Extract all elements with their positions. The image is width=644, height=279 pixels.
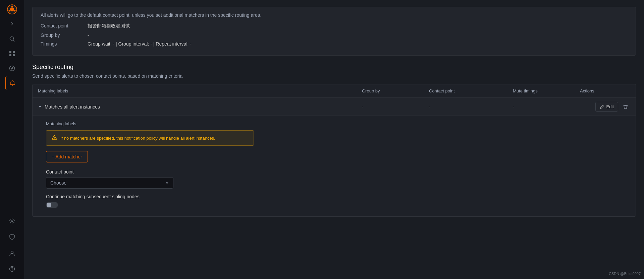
- row-group-by: -: [362, 104, 429, 110]
- contact-point-section: Contact point Choose: [46, 169, 630, 189]
- routing-table: Matching labels Group by Contact point M…: [32, 84, 636, 217]
- svg-point-14: [12, 270, 12, 271]
- svg-rect-8: [9, 54, 11, 56]
- continue-matching-label: Continue matching subsequent sibling nod…: [46, 194, 630, 199]
- sidebar-item-settings[interactable]: [5, 214, 19, 227]
- add-matcher-button[interactable]: + Add matcher: [46, 151, 88, 162]
- row-actions: Edit: [580, 102, 630, 112]
- group-by-value: -: [88, 32, 89, 38]
- timings-value: Group wait: - | Group interval: - | Repe…: [88, 41, 192, 47]
- sidebar-item-dashboards[interactable]: [5, 47, 19, 60]
- row-contact-point: -: [429, 104, 513, 110]
- contact-point-select[interactable]: Choose: [46, 177, 173, 189]
- svg-rect-9: [13, 54, 15, 56]
- sidebar-item-shield[interactable]: [5, 230, 19, 243]
- add-matcher-label: + Add matcher: [52, 154, 82, 159]
- contact-point-value: 报警邮箱接收者测试: [88, 23, 130, 29]
- table-row-main: Matches all alert instances - - - Edit: [33, 98, 636, 116]
- delete-button[interactable]: [621, 102, 630, 112]
- edit-label: Edit: [606, 104, 614, 109]
- col-actions: Actions: [580, 88, 630, 93]
- warning-box: If no matchers are specified, this notif…: [46, 130, 254, 146]
- warning-text: If no matchers are specified, this notif…: [60, 136, 215, 141]
- col-matching-labels: Matching labels: [38, 88, 362, 93]
- specific-routing-section: Specific routing Send specific alerts to…: [32, 64, 636, 217]
- col-mute-timings: Mute timings: [513, 88, 580, 93]
- svg-point-4: [9, 10, 10, 12]
- timings-label: Timings: [41, 41, 88, 47]
- row-matching-labels: Matches all alert instances: [38, 104, 362, 110]
- sidebar-item-help[interactable]: [5, 262, 19, 276]
- row-label-text: Matches all alert instances: [45, 104, 100, 110]
- row-mute-timings: -: [513, 104, 580, 110]
- sidebar-item-explore[interactable]: [5, 62, 19, 75]
- col-group-by: Group by: [362, 88, 429, 93]
- svg-point-10: [10, 66, 15, 71]
- contact-point-label: Contact point: [41, 23, 88, 28]
- matching-labels-subtitle: Matching labels: [46, 121, 630, 126]
- expanded-row-content: Matching labels If no matchers are spe: [33, 116, 636, 216]
- continue-matching-toggle[interactable]: [46, 202, 58, 208]
- group-by-label: Group by: [41, 32, 88, 38]
- sidebar-item-alerting[interactable]: [5, 76, 19, 90]
- policy-info-text: All alerts will go to the default contac…: [41, 12, 628, 18]
- watermark: CSDN @Bulut0907: [609, 272, 641, 276]
- table-row: Matches all alert instances - - - Edit: [33, 98, 636, 216]
- policy-info-block: All alerts will go to the default contac…: [32, 7, 636, 56]
- svg-rect-6: [9, 51, 11, 53]
- svg-rect-7: [13, 51, 15, 53]
- row-expand-icon[interactable]: [38, 104, 42, 110]
- sidebar-bottom: [5, 213, 19, 276]
- sidebar-item-profile[interactable]: [5, 246, 19, 260]
- specific-routing-subtitle: Send specific alerts to chosen contact p…: [32, 73, 636, 79]
- sidebar-toggle[interactable]: [5, 19, 19, 29]
- warning-icon: [52, 135, 57, 141]
- chevron-down-icon: [165, 181, 169, 185]
- svg-point-12: [11, 251, 13, 254]
- sidebar: [0, 0, 24, 279]
- toggle-knob: [47, 203, 51, 207]
- svg-point-3: [14, 10, 16, 12]
- contact-point-placeholder: Choose: [50, 180, 66, 186]
- sidebar-item-search[interactable]: [5, 32, 19, 46]
- svg-point-11: [11, 220, 13, 222]
- svg-point-15: [54, 138, 55, 139]
- specific-routing-title: Specific routing: [32, 64, 636, 71]
- table-header: Matching labels Group by Contact point M…: [33, 84, 636, 98]
- main-content: All alerts will go to the default contac…: [24, 0, 644, 279]
- edit-button[interactable]: Edit: [595, 102, 618, 112]
- continue-matching-section: Continue matching subsequent sibling nod…: [46, 194, 630, 208]
- grafana-logo[interactable]: [5, 3, 19, 16]
- toggle-container: [46, 202, 630, 208]
- svg-point-5: [10, 37, 14, 41]
- contact-point-field: Contact point 报警邮箱接收者测试: [41, 23, 628, 29]
- timings-field: Timings Group wait: - | Group interval: …: [41, 41, 628, 47]
- col-contact-point: Contact point: [429, 88, 513, 93]
- group-by-field: Group by -: [41, 32, 628, 38]
- svg-point-2: [11, 6, 13, 7]
- contact-point-dropdown-label: Contact point: [46, 169, 630, 175]
- svg-point-1: [10, 7, 14, 11]
